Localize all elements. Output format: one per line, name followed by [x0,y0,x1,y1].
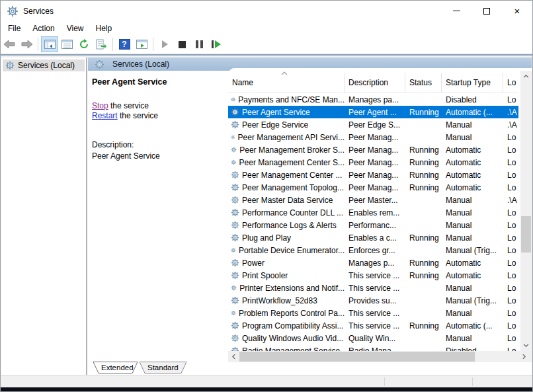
service-description-cell: Peer Manag... [345,131,405,143]
help-button[interactable]: ? [116,36,133,52]
table-row[interactable]: Plug and Play Enables a c... Running Man… [228,231,518,244]
view-header-label: Services (Local) [112,59,169,69]
service-name-cell: Peer Management Broker S... [228,143,345,156]
horizontal-scrollbar[interactable] [228,351,530,362]
service-startup-cell: Automatic [442,269,503,282]
extended-info-pane: Peer Agent Service Stop the service Rest… [88,71,228,375]
maximize-button[interactable] [472,1,502,21]
back-button[interactable] [1,36,18,52]
service-description-cell: This service ... [345,269,405,282]
table-row[interactable]: Performance Counter DLL ... Enables rem.… [228,206,518,219]
service-status-cell [405,118,442,131]
table-row[interactable]: Problem Reports Control Pa... This servi… [228,307,518,319]
close-button[interactable]: × [502,1,532,21]
column-header-startup-type[interactable]: Startup Type [442,73,503,93]
service-name-cell: Power [228,256,345,269]
vertical-scrollbar[interactable] [520,71,532,362]
service-gear-icon [231,346,239,351]
table-row[interactable]: Peer Management Broker S... Peer Manag..… [228,143,518,156]
service-name-cell: Peer Agent Service [228,106,345,118]
pause-service-button[interactable] [190,36,208,52]
stop-service-button[interactable] [173,36,190,52]
restart-service-line: Restart the service [92,111,224,121]
service-startup-cell: Automatic [442,143,503,156]
table-row[interactable]: Peer Master Data Service Peer Master... … [228,194,518,206]
service-name-cell: Radio Management Service [228,344,345,351]
vertical-scroll-thumb[interactable] [521,216,531,253]
start-service-button[interactable] [156,36,173,52]
menu-item-view[interactable]: View [61,22,90,34]
service-status-cell [405,206,442,219]
table-row[interactable]: Peer Management API Servi... Peer Manag.… [228,131,518,143]
table-row[interactable]: Peer Agent Service Peer Agent ... Runnin… [228,106,518,118]
table-row[interactable]: Portable Device Enumerator... Enforces g… [228,244,518,256]
tab-standard-label[interactable]: Standard [147,364,179,372]
menu-item-file[interactable]: File [2,22,26,34]
service-name-cell: Portable Device Enumerator... [228,244,345,256]
table-row[interactable]: Printer Extensions and Notif... This ser… [228,282,518,294]
service-logon-cell: .\A [503,194,518,206]
restart-service-link[interactable]: Restart [92,111,118,120]
service-description-cell: This service ... [345,307,405,319]
service-description-cell: Peer Edge S... [345,118,405,131]
console-tree-icon [44,40,56,49]
refresh-button[interactable] [75,36,93,52]
table-row[interactable]: Quality Windows Audio Vid... Quality Win… [228,332,518,344]
restart-service-button[interactable] [208,36,225,52]
service-status-cell [405,194,442,206]
table-row[interactable]: PrintWorkflow_52d83 Provides su... Manua… [228,294,518,307]
service-gear-icon [231,271,239,280]
column-header-status[interactable]: Status [405,73,442,93]
show-action-pane-button[interactable] [133,36,150,52]
forward-button[interactable] [18,36,35,52]
service-status-cell [405,219,442,231]
table-row[interactable]: Performance Logs & Alerts Performanc... … [228,219,518,231]
back-icon [4,40,15,48]
tree-item-services-local[interactable]: Services (Local) [3,59,85,71]
service-logon-cell: Lo [503,332,518,344]
service-logon-cell: Lo [503,219,518,231]
column-header-description[interactable]: Description [345,73,405,93]
menu-item-help[interactable]: Help [90,22,118,34]
column-header-logon[interactable]: Lo [503,73,518,93]
table-row[interactable]: Radio Management Service Radio Mana... D… [228,344,518,351]
help-icon: ? [119,39,130,50]
table-row[interactable]: Payments and NFC/SE Man... Manages pa...… [228,93,518,106]
scroll-right-icon[interactable] [518,351,530,362]
column-header-name[interactable]: Name [228,73,345,93]
scroll-up-icon[interactable] [520,71,532,82]
service-logon-cell: Lo [503,269,518,282]
service-name-cell: Peer Management API Servi... [228,131,345,143]
service-startup-cell: Disabled [442,344,503,351]
minimize-button[interactable] [441,1,472,21]
title-bar[interactable]: Services × [1,1,532,21]
stop-service-link[interactable]: Stop [92,101,108,110]
show-console-tree-button[interactable] [41,36,58,52]
table-row[interactable]: Peer Management Topolog... Peer Manag...… [228,181,518,194]
service-description-cell: Radio Mana... [345,344,405,351]
table-row[interactable]: Peer Management Center S... Peer Manag..… [228,156,518,169]
service-name-cell: Peer Edge Service [228,118,345,131]
scroll-down-icon[interactable] [520,340,532,351]
scroll-left-icon[interactable] [228,351,239,362]
table-row[interactable]: Program Compatibility Assi... This servi… [228,319,518,332]
stop-icon [179,41,186,48]
properties-button[interactable] [58,36,75,52]
table-row[interactable]: Print Spooler This service ... Running A… [228,269,518,282]
refresh-icon [79,39,89,50]
horizontal-scroll-thumb[interactable] [239,352,475,362]
table-row[interactable]: Peer Edge Service Peer Edge S... Manual … [228,118,518,131]
service-gear-icon [231,133,235,141]
tab-extended-label[interactable]: Extended [101,364,134,372]
menu-item-action[interactable]: Action [26,22,60,34]
pause-icon [196,40,203,48]
service-gear-icon [231,233,239,242]
service-startup-cell: Manual [442,282,503,294]
window-title: Services [23,7,54,16]
table-row[interactable]: Peer Management Center ... Peer Manag...… [228,169,518,181]
services-view: Services (Local) Peer Agent Service Stop… [88,58,532,375]
table-row[interactable]: Power Manages p... Running Automatic Lo [228,256,518,269]
export-list-button[interactable] [93,36,110,52]
service-status-cell: Running [405,143,442,156]
service-rows: Payments and NFC/SE Man... Manages pa...… [228,93,518,351]
